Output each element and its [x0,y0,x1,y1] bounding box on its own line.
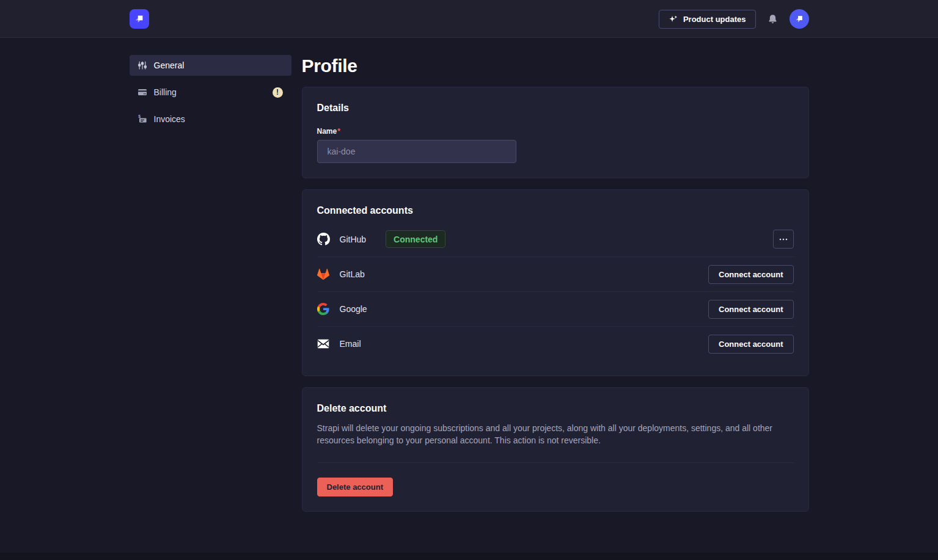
account-row-gitlab: GitLab Connect account [317,256,794,291]
google-icon [317,303,330,316]
connected-status-badge: Connected [386,230,445,248]
connected-accounts-heading: Connected accounts [317,205,794,217]
gitlab-connect-button[interactable]: Connect account [708,265,793,284]
delete-account-button[interactable]: Delete account [317,478,393,496]
sliders-icon [137,60,147,70]
account-row-github: GitHub Connected [317,222,794,256]
details-heading: Details [317,102,794,114]
account-provider-label: GitLab [340,269,365,279]
google-connect-button[interactable]: Connect account [708,300,793,319]
details-card: Details Name* [302,87,809,178]
connected-accounts-list: GitHub Connected [317,222,794,361]
account-row-google: Google Connect account [317,291,794,326]
main-panel: Profile Details Name* Connected accounts [302,55,809,523]
ellipsis-icon [779,238,788,241]
top-bar: Product updates [0,0,938,38]
account-row-email: Email Connect account [317,326,794,361]
top-bar-actions: Product updates [659,9,809,29]
sidebar-item-invoices[interactable]: $ Invoices [130,109,291,129]
sidebar-item-label: Billing [154,87,177,97]
required-asterisk: * [337,127,340,136]
profile-page: Product updates [0,0,938,560]
account-provider-label: GitHub [340,235,367,244]
notifications-button[interactable] [766,13,779,26]
settings-sidebar: General Billing ! $ [130,55,291,523]
delete-account-card: Delete account Strapi will delete your o… [302,387,809,512]
github-more-button[interactable] [773,230,794,249]
bell-icon [768,14,778,24]
strapi-logo[interactable] [130,9,149,29]
content-area: General Billing ! $ [130,38,809,523]
delete-account-heading: Delete account [317,402,794,415]
gitlab-icon [317,268,330,281]
product-updates-label: Product updates [683,15,746,24]
user-avatar[interactable] [790,9,809,29]
divider [317,462,794,463]
sparkles-icon [669,15,678,24]
sidebar-item-label: Invoices [154,114,185,124]
email-connect-button[interactable]: Connect account [708,335,793,354]
name-input[interactable] [317,140,516,163]
strapi-logo-icon [133,13,145,25]
github-icon [317,233,330,245]
sidebar-item-general[interactable]: General [130,55,291,76]
sidebar-item-billing[interactable]: Billing ! [130,82,291,103]
sidebar-item-label: General [154,60,185,70]
delete-account-description: Strapi will delete your ongoing subscrip… [317,422,794,446]
envelope-icon [317,338,330,351]
strapi-avatar-icon [794,13,805,24]
connected-accounts-card: Connected accounts GitHub Connected [302,189,809,376]
name-field-group: Name* [317,125,794,163]
product-updates-button[interactable]: Product updates [659,10,756,29]
credit-card-icon [137,87,147,97]
invoice-icon: $ [137,114,147,124]
bottom-edge-strip [0,553,938,560]
page-title: Profile [302,55,809,77]
name-label: Name* [317,127,340,136]
account-provider-label: Email [340,339,361,349]
billing-warning-icon: ! [273,87,283,98]
account-provider-label: Google [340,304,367,314]
